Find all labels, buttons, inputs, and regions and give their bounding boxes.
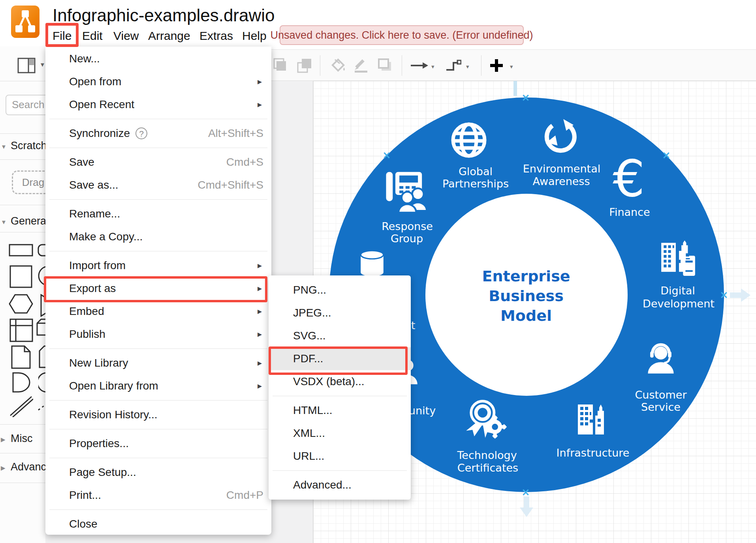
- menubar-item-edit[interactable]: Edit: [82, 29, 103, 43]
- menu-item-png[interactable]: PNG...: [269, 279, 411, 301]
- scratchpad-dropzone[interactable]: Drag elements here: [12, 170, 45, 194]
- menu-item-rename[interactable]: Rename...: [45, 202, 271, 225]
- menu-item-new[interactable]: New...: [45, 47, 271, 70]
- insert-icon[interactable]: [489, 50, 504, 81]
- expand-icon[interactable]: ▶: [1, 436, 6, 443]
- line-color-icon[interactable]: [353, 50, 369, 81]
- search-shapes-input[interactable]: [12, 95, 45, 114]
- search-box: [6, 95, 45, 115]
- fax-people-icon[interactable]: [384, 169, 429, 215]
- shadow-icon[interactable]: [378, 50, 393, 81]
- waypoints-icon[interactable]: [446, 50, 461, 81]
- menu-separator: [49, 400, 267, 401]
- shapes-sidebar: ▼ ▼ Scratchpad Drag elements here ▼ Gene…: [0, 46, 45, 543]
- building-icon[interactable]: [572, 399, 612, 440]
- environmental-awareness-label: Environmental: [523, 163, 600, 175]
- menu-item-new-library[interactable]: New Library▸: [45, 352, 271, 374]
- menu-item-pdf[interactable]: PDF...: [269, 347, 411, 370]
- direction-arrow-down-icon: [520, 496, 533, 519]
- menu-item-open-library-from[interactable]: Open Library from▸: [45, 374, 271, 397]
- diagram-center-title[interactable]: EnterpriseBusinessModel: [482, 266, 570, 326]
- diagram-title-line: Model: [482, 306, 570, 326]
- file-menu: New...Open from▸Open Recent▸Synchronize?…: [45, 47, 271, 535]
- connection-arrow-icon[interactable]: [411, 50, 428, 81]
- section-misc[interactable]: Misc: [11, 433, 33, 445]
- globe-icon[interactable]: [449, 120, 489, 161]
- menubar-item-file[interactable]: File: [53, 29, 71, 43]
- menu-item-label: New...: [69, 52, 100, 65]
- fill-color-icon[interactable]: [331, 50, 347, 81]
- shape-cube[interactable]: [36, 318, 45, 337]
- menu-item-label: JPEG...: [293, 307, 331, 319]
- menubar-item-arrange[interactable]: Arrange: [148, 29, 190, 43]
- chevron-down-icon[interactable]: ▾: [466, 63, 469, 70]
- menu-item-label: Close: [69, 518, 98, 530]
- section-general[interactable]: General: [11, 215, 45, 227]
- chevron-down-icon[interactable]: ▼: [39, 61, 45, 68]
- shape-table[interactable]: [9, 318, 33, 344]
- shape-document[interactable]: [11, 345, 31, 371]
- menubar-item-extras[interactable]: Extras: [199, 29, 233, 43]
- menu-item-label: SVG...: [293, 330, 325, 342]
- expand-icon[interactable]: ▶: [1, 464, 6, 472]
- menu-item-html[interactable]: HTML...: [269, 399, 411, 422]
- menu-item-label: Revision History...: [69, 408, 158, 421]
- section-scratchpad[interactable]: Scratchpad: [11, 140, 45, 152]
- menu-item-page-setup[interactable]: Page Setup...: [45, 461, 271, 484]
- menu-item-jpeg[interactable]: JPEG...: [269, 301, 411, 324]
- shape-half-circle[interactable]: [11, 372, 30, 394]
- to-front-icon[interactable]: [273, 50, 288, 81]
- shape-rounded-left[interactable]: [38, 372, 45, 394]
- menu-item-open-recent[interactable]: Open Recent▸: [45, 93, 271, 116]
- menu-item-advanced[interactable]: Advanced...: [269, 474, 411, 496]
- menu-item-save[interactable]: SaveCmd+S: [45, 151, 271, 174]
- menubar-item-help[interactable]: Help: [242, 29, 267, 43]
- menu-separator: [49, 119, 267, 119]
- toolbar-separator: [320, 55, 320, 76]
- chevron-down-icon[interactable]: ▾: [431, 63, 434, 70]
- shape-rounded-rectangle[interactable]: [38, 244, 45, 258]
- menu-item-print[interactable]: Print...Cmd+P: [45, 484, 271, 507]
- menu-item-svg[interactable]: SVG...: [269, 324, 411, 347]
- recycle-icon[interactable]: [542, 118, 578, 156]
- menu-item-save-as[interactable]: Save as...Cmd+Shift+S: [45, 174, 271, 197]
- menu-item-close[interactable]: Close: [45, 513, 271, 536]
- menu-item-embed[interactable]: Embed▸: [45, 300, 271, 323]
- section-advanced[interactable]: Advanced: [11, 461, 45, 473]
- menu-separator: [49, 251, 267, 251]
- response-group-label: Response: [382, 220, 433, 232]
- menu-item-revision-history[interactable]: Revision History...: [45, 403, 271, 426]
- menu-item-synchronize[interactable]: Synchronize?Alt+Shift+S: [45, 122, 271, 145]
- shape-dashed-line[interactable]: [38, 395, 45, 412]
- menu-item-properties[interactable]: Properties...: [45, 432, 271, 455]
- shape-hexagon[interactable]: [9, 294, 33, 315]
- shape-diagonal-line[interactable]: [9, 395, 33, 419]
- format-panel-toggle-icon[interactable]: [17, 58, 36, 75]
- collapse-icon[interactable]: ▼: [1, 219, 7, 225]
- shape-rectangle[interactable]: [9, 244, 33, 258]
- unsaved-changes-banner[interactable]: Unsaved changes. Click here to save. (Er…: [280, 25, 524, 45]
- headset-icon[interactable]: [642, 340, 680, 380]
- euro-icon[interactable]: €: [613, 154, 645, 204]
- menubar-item-view[interactable]: View: [113, 29, 139, 43]
- shape-card[interactable]: [39, 345, 45, 370]
- buildings-icon[interactable]: [658, 236, 698, 277]
- certificate-gear-icon[interactable]: [465, 399, 509, 444]
- menu-item-open-from[interactable]: Open from▸: [45, 70, 271, 93]
- to-back-icon[interactable]: [297, 50, 312, 81]
- menu-item-xml[interactable]: XML...: [269, 422, 411, 445]
- menu-item-publish[interactable]: Publish▸: [45, 323, 271, 346]
- submenu-arrow-icon: ▸: [258, 381, 262, 391]
- menu-item-label: Print...: [69, 489, 101, 502]
- collapse-icon[interactable]: ▼: [1, 143, 7, 150]
- shape-circle[interactable]: [38, 265, 45, 288]
- menu-item-make-a-copy[interactable]: Make a Copy...: [45, 225, 271, 248]
- chevron-down-icon[interactable]: ▾: [510, 63, 513, 70]
- shape-square[interactable]: [9, 265, 32, 290]
- menu-item-import-from[interactable]: Import from▸: [45, 254, 271, 277]
- environmental-awareness-label: Awareness: [533, 175, 590, 187]
- menu-item-export-as[interactable]: Export as▸: [45, 277, 271, 300]
- menu-item-url[interactable]: URL...: [269, 445, 411, 468]
- menu-item-vsdx-beta[interactable]: VSDX (beta)...: [269, 370, 411, 393]
- shape-triangle[interactable]: [39, 294, 45, 318]
